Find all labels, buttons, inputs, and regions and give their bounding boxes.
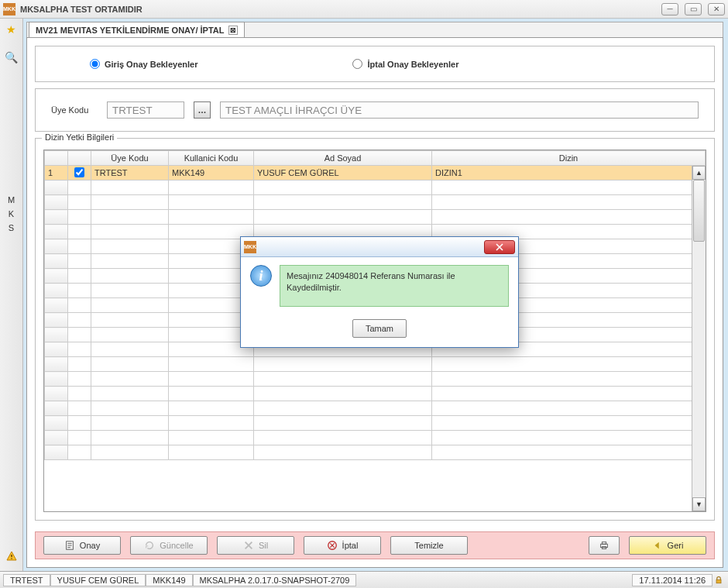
dialog-ok-button[interactable]: Tamam: [352, 319, 407, 338]
dialog-message: Mesajınız 240948014 Referans Numarası il…: [280, 265, 509, 307]
info-dialog: MKK i Mesajınız 240948014 Referans Numar…: [240, 236, 519, 348]
dialog-titlebar[interactable]: MKK: [241, 237, 518, 257]
dialog-logo-icon: MKK: [244, 241, 256, 253]
dialog-close-button[interactable]: [484, 240, 515, 254]
dialog-ok-label: Tamam: [366, 324, 393, 333]
close-icon: [496, 243, 503, 251]
info-icon: i: [250, 265, 272, 287]
modal-backdrop: MKK i Mesajınız 240948014 Referans Numar…: [0, 0, 728, 588]
